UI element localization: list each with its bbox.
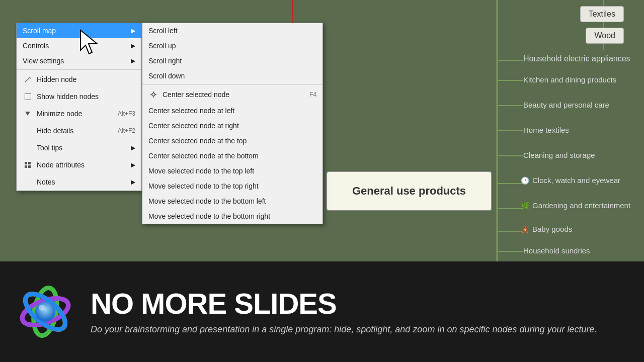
- node-cleaning: Cleaning and storage: [523, 151, 595, 159]
- move-top-left-label: Move selected node to the top left: [148, 167, 254, 175]
- move-bottom-right-label: Move selected node to the bottom right: [148, 212, 270, 220]
- menu-item-minimize-node-label: Minimize node: [37, 110, 82, 118]
- submenu-arrow-controls: ▶: [131, 42, 135, 49]
- svg-line-13: [25, 77, 30, 82]
- cursor-arrow: [78, 28, 108, 58]
- menu-item-scroll-down[interactable]: Scroll down: [142, 68, 323, 83]
- menu-item-tool-tips-label: Tool tips: [37, 144, 62, 152]
- node-beauty: Beauty and personal care: [523, 101, 609, 109]
- banner-text-area: NO MORE SLIDES Do your brainstorming and…: [91, 288, 629, 336]
- center-shortcut: F4: [309, 91, 316, 98]
- svg-point-33: [35, 302, 55, 322]
- node-sundries: Household sundries: [523, 246, 590, 255]
- menu-item-scroll-map-label: Scroll map: [23, 27, 56, 35]
- move-bottom-left-label: Move selected node to the bottom left: [148, 197, 266, 205]
- scroll-up-label: Scroll up: [148, 42, 176, 50]
- context-menu-level2[interactable]: Scroll left Scroll up Scroll right Scrol…: [142, 23, 323, 224]
- menu-item-controls-label: Controls: [23, 42, 49, 50]
- node-baby: 🧸 Baby goods: [521, 225, 572, 233]
- pencil-icon: [23, 74, 33, 84]
- menu-item-center-at-left[interactable]: Center selected node at left: [142, 103, 323, 118]
- node-kitchen: Kitchen and dining products: [523, 75, 616, 84]
- menu-item-move-top-left[interactable]: Move selected node to the top left: [142, 163, 323, 178]
- svg-point-21: [152, 93, 155, 96]
- center-icon: [148, 89, 158, 100]
- app-logo: [15, 282, 75, 342]
- mindmap-area: Textiles Wood Household electric applian…: [0, 0, 644, 261]
- menu-item-hide-details[interactable]: Hide details Alt+F2: [17, 122, 141, 139]
- node-clock: 🕐 Clock, watch and eyewear: [521, 176, 620, 185]
- node-textiles: Textiles: [580, 6, 624, 22]
- menu-item-scroll-right[interactable]: Scroll right: [142, 53, 323, 68]
- checkbox-icon: [23, 92, 33, 102]
- submenu-arrow-view-settings: ▶: [131, 57, 135, 64]
- menu-item-scroll-up[interactable]: Scroll up: [142, 38, 323, 53]
- svg-line-14: [30, 77, 31, 78]
- submenu-arrow-tooltips: ▶: [131, 144, 135, 151]
- menu-item-notes[interactable]: Notes ▶: [17, 173, 141, 191]
- menu-item-notes-label: Notes: [37, 178, 55, 186]
- node-wood: Wood: [586, 28, 624, 44]
- triangle-icon: [23, 109, 33, 119]
- menu-item-center-at-bottom[interactable]: Center selected node at the bottom: [142, 148, 323, 163]
- menu-item-view-settings-label: View settings: [23, 57, 64, 65]
- menu-item-show-hidden-nodes-label: Show hidden nodes: [37, 93, 99, 101]
- move-top-right-label: Move selected node to the top right: [148, 182, 259, 190]
- svg-rect-18: [28, 162, 31, 164]
- svg-marker-26: [80, 30, 97, 54]
- minimize-node-shortcut: Alt+F3: [118, 110, 135, 117]
- menu-item-minimize-node[interactable]: Minimize node Alt+F3: [17, 105, 141, 122]
- menu-item-scroll-left[interactable]: Scroll left: [142, 23, 323, 38]
- menu-item-node-attributes[interactable]: Node attributes ▶: [17, 156, 141, 173]
- main-node: General use products: [326, 171, 492, 211]
- menu-item-move-bottom-left[interactable]: Move selected node to the bottom left: [142, 194, 323, 209]
- center-at-right-label: Center selected node at right: [148, 122, 239, 130]
- menu-item-hide-details-label: Hide details: [37, 127, 73, 135]
- node-household-electric: Household electric appliances: [523, 54, 630, 63]
- node-home-textiles: Home textiles: [523, 126, 569, 134]
- submenu-arrow-scroll-map: ▶: [131, 27, 135, 34]
- node-gardening: 🌿 Gardening and entertainment: [521, 201, 630, 210]
- banner-title: NO MORE SLIDES: [91, 288, 629, 320]
- main-node-text: General use products: [352, 185, 466, 198]
- svg-marker-16: [25, 112, 30, 116]
- svg-line-15: [25, 82, 25, 82]
- notes-icon: [23, 177, 33, 187]
- menu-item-center-at-top[interactable]: Center selected node at the top: [142, 133, 323, 148]
- tooltips-icon: [23, 143, 33, 153]
- menu-item-center-at-right[interactable]: Center selected node at right: [142, 118, 323, 133]
- scroll-left-label: Scroll left: [148, 27, 178, 35]
- svg-rect-19: [25, 165, 27, 168]
- menu-divider-scroll: [142, 84, 323, 85]
- scroll-right-label: Scroll right: [148, 57, 182, 65]
- submenu-arrow-notes: ▶: [131, 178, 135, 186]
- svg-point-34: [39, 305, 45, 311]
- menu-item-show-hidden-nodes[interactable]: Show hidden nodes: [17, 88, 141, 105]
- hide-details-shortcut: Alt+F2: [118, 127, 135, 134]
- center-at-top-label: Center selected node at the top: [148, 137, 247, 145]
- svg-rect-17: [25, 162, 27, 164]
- menu-item-hidden-node-label: Hidden node: [37, 75, 76, 83]
- menu-item-tool-tips[interactable]: Tool tips ▶: [17, 139, 141, 156]
- banner-subtitle: Do your brainstorming and presentation i…: [91, 323, 629, 336]
- bottom-banner: NO MORE SLIDES Do your brainstorming and…: [0, 261, 644, 362]
- hide-details-icon: [23, 126, 33, 136]
- menu-item-center-selected-node[interactable]: Center selected node F4: [142, 86, 323, 103]
- center-selected-node-label: Center selected node: [163, 90, 229, 99]
- grid-icon: [23, 160, 33, 170]
- menu-item-move-top-right[interactable]: Move selected node to the top right: [142, 178, 323, 194]
- submenu-arrow-node-attributes: ▶: [131, 161, 135, 168]
- menu-divider-1: [17, 69, 141, 70]
- center-at-bottom-label: Center selected node at the bottom: [148, 152, 259, 160]
- center-at-left-label: Center selected node at left: [148, 107, 234, 115]
- svg-rect-20: [28, 165, 31, 168]
- menu-item-hidden-node[interactable]: Hidden node: [17, 71, 141, 88]
- menu-item-move-bottom-right[interactable]: Move selected node to the bottom right: [142, 209, 323, 224]
- scroll-down-label: Scroll down: [148, 72, 185, 80]
- menu-item-node-attributes-label: Node attributes: [37, 161, 85, 169]
